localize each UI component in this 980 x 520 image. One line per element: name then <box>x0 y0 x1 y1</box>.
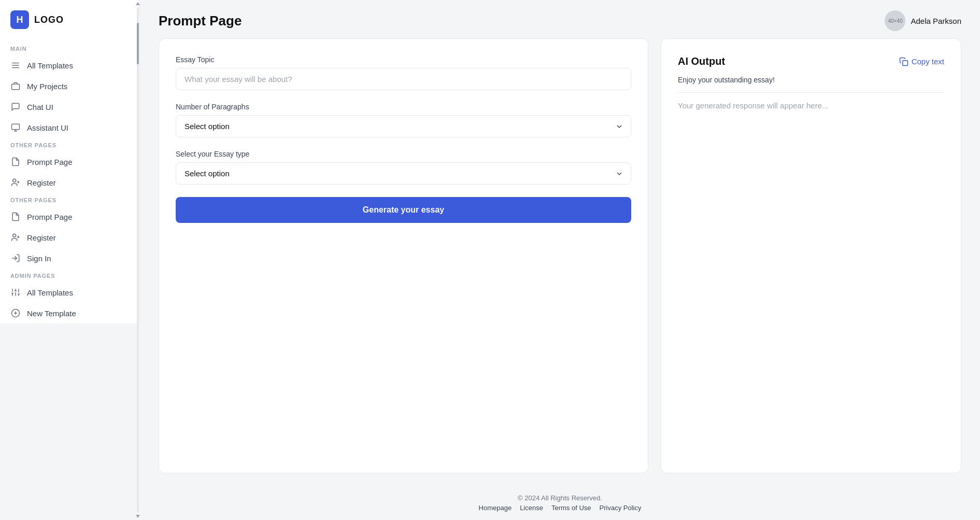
essay-type-select[interactable]: Select option Argumentative Descriptive … <box>176 162 631 185</box>
section-label-admin-pages: ADMIN PAGES <box>0 269 139 282</box>
user-plus-icon-2 <box>10 232 21 243</box>
sidebar-item-prompt-page-2[interactable]: Prompt Page <box>0 206 139 227</box>
doc-icon-1 <box>10 157 21 167</box>
copy-icon <box>899 57 908 66</box>
essay-type-label: Select your Essay type <box>176 150 631 158</box>
ai-placeholder: Your generated response will appear here… <box>678 101 944 110</box>
main-content: Prompt Page 40×40 Adela Parkson Essay To… <box>140 0 980 520</box>
ai-subtitle: Enjoy your outstanding essay! <box>678 76 944 84</box>
copyright: © 2024 All Rights Reserved. <box>148 494 972 502</box>
doc-icon-2 <box>10 212 21 222</box>
paragraphs-label: Number of Paragraphs <box>176 103 631 111</box>
essay-topic-label: Essay Topic <box>176 55 631 64</box>
sidebar-item-chat-ui-label: Chat UI <box>27 103 53 111</box>
monitor-icon <box>10 122 21 133</box>
sign-in-icon <box>10 253 21 263</box>
user-info: 40×40 Adela Parkson <box>885 10 961 31</box>
content-area: Essay Topic Number of Paragraphs Select … <box>140 38 980 486</box>
footer: © 2024 All Rights Reserved. Homepage Lic… <box>140 486 980 520</box>
sidebar-item-admin-all-templates-label: All Templates <box>27 288 73 297</box>
sidebar-item-register-2[interactable]: Register <box>0 227 139 248</box>
scroll-thumb <box>137 23 139 64</box>
plus-circle-icon <box>10 308 21 318</box>
sidebar-logo: H LOGO <box>0 0 139 41</box>
essay-topic-input[interactable] <box>176 68 631 90</box>
scroll-track <box>137 7 139 513</box>
sidebar-item-all-templates[interactable]: All Templates <box>0 55 139 76</box>
paragraphs-select[interactable]: Select option 1 2 3 4 5 <box>176 115 631 137</box>
footer-link-license[interactable]: License <box>520 504 543 512</box>
sidebar-item-assistant-ui-label: Assistant UI <box>27 123 68 132</box>
svg-rect-4 <box>12 124 20 130</box>
svg-point-7 <box>13 179 16 182</box>
sidebar-item-register-1-label: Register <box>27 178 56 187</box>
svg-rect-3 <box>12 84 20 90</box>
essay-type-group: Select your Essay type Select option Arg… <box>176 150 631 185</box>
user-name: Adela Parkson <box>911 17 961 25</box>
sidebar-item-prompt-page-2-label: Prompt Page <box>27 213 73 221</box>
footer-link-privacy[interactable]: Privacy Policy <box>600 504 642 512</box>
ai-divider <box>678 92 944 93</box>
page-title: Prompt Page <box>159 13 242 29</box>
sidebar-item-my-projects[interactable]: My Projects <box>0 76 139 96</box>
generate-button[interactable]: Generate your essay <box>176 197 631 223</box>
svg-rect-26 <box>902 60 907 65</box>
svg-point-10 <box>13 234 16 237</box>
sidebar-item-new-template[interactable]: New Template <box>0 303 139 324</box>
sidebar-item-prompt-page-1[interactable]: Prompt Page <box>0 151 139 172</box>
section-label-main: MAIN <box>0 41 139 55</box>
scroll-down-arrow[interactable] <box>136 515 140 518</box>
copy-text-label: Copy text <box>912 57 944 66</box>
right-panel: AI Output Copy text Enjoy your outstandi… <box>661 38 961 473</box>
section-label-other-pages-1: OTHER PAGES <box>0 138 139 151</box>
logo-text: LOGO <box>34 15 64 25</box>
user-plus-icon-1 <box>10 177 21 188</box>
sidebar-item-chat-ui[interactable]: Chat UI <box>0 96 139 117</box>
sidebar-item-assistant-ui[interactable]: Assistant UI <box>0 117 139 138</box>
briefcase-icon <box>10 81 21 91</box>
logo-icon: H <box>10 10 29 29</box>
sidebar-item-register-1[interactable]: Register <box>0 172 139 193</box>
footer-link-homepage[interactable]: Homepage <box>479 504 512 512</box>
sidebar-item-sign-in-label: Sign In <box>27 254 51 263</box>
avatar: 40×40 <box>885 10 905 31</box>
footer-links: Homepage License Terms of Use Privacy Po… <box>148 504 972 512</box>
sliders-icon <box>10 287 21 298</box>
ai-output-header: AI Output Copy text <box>678 55 944 67</box>
sidebar-item-new-template-label: New Template <box>27 309 76 318</box>
list-icon <box>10 60 21 71</box>
sidebar-item-all-templates-label: All Templates <box>27 61 73 70</box>
ai-output-title: AI Output <box>678 55 725 67</box>
copy-text-button[interactable]: Copy text <box>899 57 944 66</box>
sidebar-item-admin-all-templates[interactable]: All Templates <box>0 282 139 303</box>
section-label-other-pages-2: OTHER PAGES <box>0 193 139 206</box>
sidebar-item-register-2-label: Register <box>27 233 56 242</box>
chat-icon <box>10 102 21 112</box>
header: Prompt Page 40×40 Adela Parkson <box>140 0 980 38</box>
sidebar-scrollbar[interactable] <box>136 0 140 520</box>
left-panel: Essay Topic Number of Paragraphs Select … <box>159 38 648 473</box>
sidebar-item-sign-in[interactable]: Sign In <box>0 248 139 269</box>
sidebar-item-prompt-page-1-label: Prompt Page <box>27 158 73 166</box>
paragraphs-group: Number of Paragraphs Select option 1 2 3… <box>176 103 631 137</box>
sidebar-item-my-projects-label: My Projects <box>27 82 67 91</box>
scroll-up-arrow[interactable] <box>136 2 140 5</box>
footer-link-terms[interactable]: Terms of Use <box>551 504 591 512</box>
essay-topic-group: Essay Topic <box>176 55 631 90</box>
